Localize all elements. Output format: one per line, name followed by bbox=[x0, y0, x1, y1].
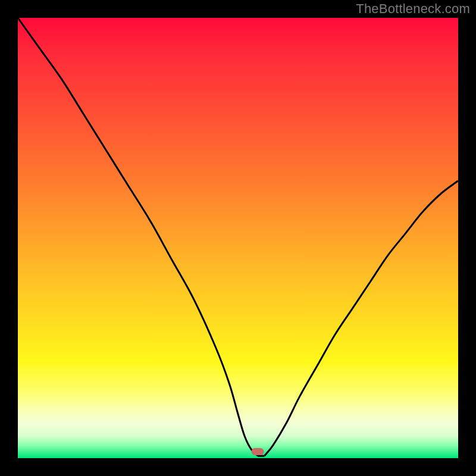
watermark-text: TheBottleneck.com bbox=[356, 1, 470, 17]
plot-area bbox=[18, 18, 458, 458]
optimal-marker bbox=[252, 448, 264, 455]
curve-left-segment bbox=[18, 18, 258, 456]
bottleneck-curve bbox=[18, 18, 458, 458]
curve-right-segment bbox=[264, 181, 458, 456]
chart-frame: TheBottleneck.com bbox=[0, 0, 476, 476]
